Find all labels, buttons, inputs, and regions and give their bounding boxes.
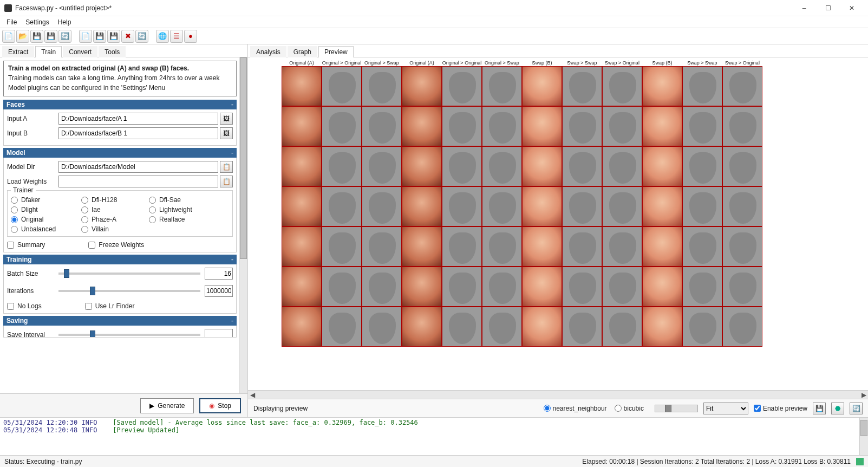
checkbox-use-lr-finder[interactable]: Use Lr Finder (85, 302, 135, 310)
preview-area: Original (A)Original > OriginalOriginal … (248, 57, 868, 390)
model-dir-browse-button[interactable]: 📋 (220, 161, 233, 173)
tab-extract[interactable]: Extract (2, 46, 34, 57)
window-titlebar: Faceswap.py - <untitled project>* – ☐ ✕ (0, 0, 868, 16)
radio-trainer-lightweight[interactable]: Lightweight (149, 206, 214, 213)
toolbar-project-saveas-icon[interactable]: 💾 (107, 30, 120, 43)
iterations-slider[interactable] (58, 290, 200, 292)
preview-cell (442, 106, 482, 146)
radio-trainer-dlight[interactable]: Dlight (11, 206, 81, 213)
preview-column-header: Swap (B) (522, 60, 562, 66)
preview-refresh-button[interactable]: 🔄 (850, 403, 863, 414)
radio-trainer-realface[interactable]: Realface (149, 216, 214, 223)
checkbox-freeze-weights[interactable]: Freeze Weights (88, 241, 144, 249)
toolbar-clear-icon[interactable]: ✖ (121, 30, 134, 43)
tab-graph[interactable]: Graph (288, 46, 317, 57)
radio-nearest-neighbour[interactable]: nearest_neighbour (544, 405, 607, 412)
tab-tools[interactable]: Tools (99, 46, 126, 57)
tab-preview[interactable]: Preview (318, 46, 354, 57)
load-weights-browse-button[interactable]: 📋 (220, 176, 233, 187)
window-close-button[interactable]: ✕ (840, 1, 864, 16)
radio-trainer-phaze-a[interactable]: Phaze-A (81, 216, 149, 223)
input-b-field[interactable] (58, 127, 218, 139)
batch-size-slider[interactable] (58, 273, 200, 275)
preview-mask-button[interactable]: ⬣ (831, 403, 844, 414)
preview-cell (682, 186, 722, 226)
generate-icon: ▶ (149, 402, 154, 410)
input-a-browse-button[interactable]: 🖼 (220, 113, 233, 125)
status-metrics: Elapsed: 00:00:18 | Session Iterations: … (582, 458, 851, 465)
model-dir-field[interactable] (58, 161, 218, 173)
scroll-right-icon[interactable]: ▶ (859, 391, 868, 399)
checkbox-enable-preview[interactable]: Enable preview (754, 405, 807, 412)
preview-fit-select[interactable]: FitActual Size (703, 403, 748, 414)
toolbar-donate-icon[interactable]: ● (184, 30, 197, 43)
desc-line2: Training models can take a long time. An… (8, 73, 232, 83)
save-interval-value[interactable] (205, 329, 233, 338)
toolbar-save-icon[interactable]: 💾 (30, 30, 43, 43)
batch-size-value[interactable] (205, 268, 233, 280)
section-header-saving[interactable]: Saving- (3, 316, 237, 326)
radio-bicubic[interactable]: bicubic (615, 405, 644, 412)
window-minimize-button[interactable]: – (792, 1, 816, 16)
toolbar-globe-icon[interactable]: 🌐 (156, 30, 169, 43)
collapse-icon: - (231, 101, 233, 108)
tab-convert[interactable]: Convert (63, 46, 97, 57)
preview-cell (522, 307, 562, 347)
tab-analysis[interactable]: Analysis (250, 46, 286, 57)
main-toolbar: 📄 📂 💾 💾 🔄 📄 💾 💾 ✖ 🔄 🌐 ☰ ● (0, 28, 868, 44)
left-tabs: Extract Train Convert Tools (0, 44, 247, 57)
toolbar-list-icon[interactable]: ☰ (170, 30, 183, 43)
stop-button[interactable]: ◉Stop (199, 398, 241, 413)
window-maximize-button[interactable]: ☐ (816, 1, 840, 16)
toolbar-new-icon[interactable]: 📄 (2, 30, 15, 43)
radio-trainer-original[interactable]: Original (11, 216, 81, 223)
menu-help[interactable]: Help (54, 17, 76, 27)
preview-zoom-slider[interactable] (655, 405, 698, 412)
save-interval-slider[interactable] (58, 334, 200, 336)
toolbar-saveas-icon[interactable]: 💾 (44, 30, 57, 43)
preview-cell (362, 307, 402, 347)
preview-cell (482, 106, 522, 146)
console-scrollbar[interactable] (859, 418, 868, 455)
preview-cell (322, 186, 362, 226)
tab-train[interactable]: Train (35, 46, 62, 57)
checkbox-no-logs[interactable]: No Logs (7, 302, 42, 310)
section-header-model[interactable]: Model- (3, 148, 237, 158)
preview-cell (562, 307, 602, 347)
checkbox-summary[interactable]: Summary (7, 241, 45, 249)
generate-button[interactable]: ▶Generate (140, 398, 194, 413)
radio-trainer-dfaker[interactable]: Dfaker (11, 196, 81, 204)
left-scrollbar[interactable] (239, 57, 247, 393)
preview-cell (322, 307, 362, 347)
preview-cell (642, 66, 682, 106)
preview-cell (482, 267, 522, 307)
preview-save-button[interactable]: 💾 (813, 403, 826, 414)
preview-cell (562, 186, 602, 226)
load-weights-field[interactable] (58, 176, 218, 187)
toolbar-open-icon[interactable]: 📂 (16, 30, 29, 43)
toolbar-project-save-icon[interactable]: 💾 (93, 30, 106, 43)
section-header-faces[interactable]: Faces- (3, 100, 237, 109)
label-input-a: Input A (7, 115, 58, 122)
preview-cell (682, 267, 722, 307)
input-b-browse-button[interactable]: 🖼 (220, 127, 233, 139)
preview-column-header: Original (A) (282, 60, 322, 66)
toolbar-reset-icon[interactable]: 🔄 (135, 30, 148, 43)
menu-settings[interactable]: Settings (21, 17, 53, 27)
preview-cell (602, 267, 642, 307)
radio-trainer-dfl-h128[interactable]: Dfl-H128 (81, 196, 149, 204)
preview-column-header: Swap > Original (602, 60, 642, 66)
radio-trainer-dfl-sae[interactable]: Dfl-Sae (149, 196, 214, 204)
input-a-field[interactable] (58, 113, 218, 125)
radio-trainer-iae[interactable]: Iae (81, 206, 149, 213)
scroll-left-icon[interactable]: ◀ (248, 391, 257, 399)
toolbar-project-new-icon[interactable]: 📄 (79, 30, 92, 43)
menu-file[interactable]: File (2, 17, 21, 27)
radio-trainer-unbalanced[interactable]: Unbalanced (11, 225, 81, 233)
section-header-training[interactable]: Training- (3, 255, 237, 264)
collapse-icon: - (231, 256, 233, 263)
toolbar-reload-icon[interactable]: 🔄 (58, 30, 71, 43)
radio-trainer-villain[interactable]: Villain (81, 225, 149, 233)
iterations-value[interactable] (205, 285, 233, 297)
preview-hscrollbar[interactable]: ◀ ▶ (248, 390, 868, 399)
